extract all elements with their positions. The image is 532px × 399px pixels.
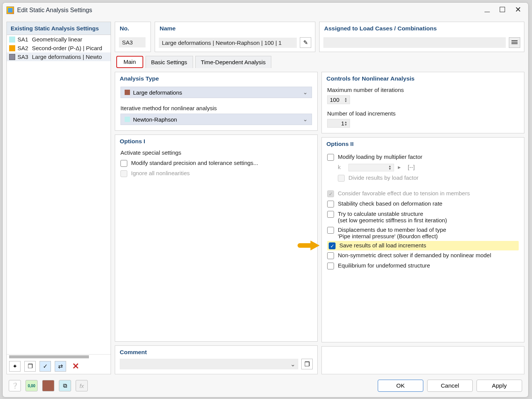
sidebar-hscroll[interactable] bbox=[7, 354, 111, 359]
displacement-row[interactable]: Displacements due to member load of type… bbox=[327, 225, 519, 241]
analysis-type-panel: Analysis Type Large deformations ⌄ Itera… bbox=[115, 72, 318, 131]
equilibrium-row[interactable]: Equilibrium for undeformed structure bbox=[327, 261, 519, 271]
multiplier-checkbox[interactable] bbox=[327, 154, 334, 161]
k-unit-label: [--] bbox=[408, 164, 415, 170]
no-panel-header: No. bbox=[115, 22, 150, 35]
controls-header: Controls for Nonlinear Analysis bbox=[322, 72, 524, 85]
swap-button[interactable] bbox=[55, 361, 66, 372]
tab-basic-settings[interactable]: Basic Settings bbox=[146, 56, 193, 68]
nonsymmetric-row[interactable]: Non-symmetric direct solver if demanded … bbox=[327, 250, 519, 261]
assigned-input[interactable] bbox=[323, 37, 506, 48]
delete-button[interactable]: ✕ bbox=[70, 361, 81, 372]
multiplier-row[interactable]: Modify loading by multiplier factor bbox=[327, 152, 519, 162]
displacement-checkbox[interactable] bbox=[327, 227, 334, 234]
nonsymmetric-checkbox[interactable] bbox=[327, 252, 334, 259]
no-input[interactable] bbox=[119, 37, 146, 48]
sidebar-item-label: Geometrically linear bbox=[32, 36, 82, 43]
dialog-window: Edit Static Analysis Settings ✕ Existing… bbox=[2, 2, 529, 397]
tab-time-dependent[interactable]: Time-Dependent Analysis bbox=[195, 56, 271, 68]
analysis-type-value: Large deformations bbox=[133, 89, 182, 96]
modify-precision-checkbox[interactable] bbox=[120, 160, 127, 167]
sidebar-item-label: Large deformations | Newto bbox=[32, 54, 102, 60]
cancel-button[interactable]: Cancel bbox=[427, 380, 473, 392]
app-icon bbox=[6, 6, 14, 14]
sidebar-item-sa1[interactable]: SA1 Geometrically linear bbox=[7, 35, 111, 44]
comment-copy-button[interactable]: ❐ bbox=[301, 359, 313, 369]
assigned-list-button[interactable] bbox=[509, 37, 520, 48]
ignore-nonlinearities-row: Ignore all nonlinearities bbox=[120, 168, 312, 179]
k-factor-row: k ▲▼ ▸ [--] bbox=[327, 162, 519, 173]
analysis-type-dropdown[interactable]: Large deformations ⌄ bbox=[120, 87, 312, 98]
sidebar-toolbar: ✕ bbox=[7, 359, 111, 374]
multiplier-label: Modify loading by multiplier factor bbox=[338, 154, 423, 160]
modify-precision-row[interactable]: Modify standard precision and tolerance … bbox=[120, 158, 312, 168]
unstable-checkbox[interactable] bbox=[327, 211, 334, 218]
save-results-row[interactable]: Save results of all load increments bbox=[327, 241, 519, 250]
edit-name-button[interactable]: ✎ bbox=[300, 37, 311, 48]
save-results-label: Save results of all load increments bbox=[339, 242, 426, 249]
modify-precision-label: Modify standard precision and tolerance … bbox=[131, 160, 258, 166]
tab-main[interactable]: Main bbox=[116, 56, 143, 68]
color-swatch bbox=[9, 36, 15, 43]
blank-panel bbox=[321, 346, 524, 374]
tab-strip: Main Basic Settings Time-Dependent Analy… bbox=[115, 56, 524, 68]
help-button[interactable]: ❔ bbox=[9, 380, 21, 391]
list-icon bbox=[511, 40, 518, 45]
controls-panel: Controls for Nonlinear Analysis Maximum … bbox=[321, 72, 524, 133]
max-iterations-value: 100 bbox=[330, 97, 339, 103]
ok-button[interactable]: OK bbox=[378, 380, 423, 392]
unstable-label: Try to calculate unstable structure (set… bbox=[338, 211, 447, 223]
comment-panel: Comment ⌄ ❐ bbox=[115, 345, 318, 374]
chevron-down-icon: ⌄ bbox=[303, 89, 308, 96]
spinner-arrows-icon[interactable]: ▲▼ bbox=[344, 121, 347, 126]
apply-button[interactable]: Apply bbox=[477, 380, 522, 392]
tree-button[interactable]: ⧉ bbox=[59, 380, 71, 391]
stability-row[interactable]: Stability check based on deformation rat… bbox=[327, 199, 519, 209]
divide-label: Divide results by load factor bbox=[348, 174, 418, 181]
sidebar-item-sa2[interactable]: SA2 Second-order (P-Δ) | Picard bbox=[7, 44, 111, 52]
save-results-checkbox[interactable] bbox=[329, 242, 336, 249]
close-button[interactable]: ✕ bbox=[515, 7, 521, 14]
chevron-down-icon: ⌄ bbox=[303, 116, 308, 123]
divide-checkbox bbox=[338, 175, 345, 182]
sidebar-item-code: SA3 bbox=[17, 54, 32, 60]
color-swatch bbox=[125, 90, 130, 95]
max-iterations-spinner[interactable]: 100 ▲▼ bbox=[327, 95, 350, 104]
analysis-type-header: Analysis Type bbox=[115, 72, 317, 85]
sidebar: Existing Static Analysis Settings SA1 Ge… bbox=[6, 22, 111, 374]
color-button[interactable] bbox=[42, 380, 54, 391]
unstable-row[interactable]: Try to calculate unstable structure (set… bbox=[327, 209, 519, 225]
equilibrium-label: Equilibrium for undeformed structure bbox=[338, 262, 430, 269]
units-button[interactable]: 0,00 bbox=[25, 380, 38, 391]
equilibrium-checkbox[interactable] bbox=[327, 263, 334, 269]
activate-settings-label: Activate special settings bbox=[120, 149, 312, 156]
comment-header: Comment bbox=[115, 346, 317, 359]
stability-label: Stability check based on deformation rat… bbox=[338, 200, 442, 207]
new-setting-button[interactable] bbox=[9, 361, 21, 372]
color-swatch bbox=[9, 45, 15, 51]
name-panel: Name ✎ bbox=[155, 22, 315, 52]
stability-checkbox[interactable] bbox=[327, 201, 334, 207]
copy-setting-button[interactable] bbox=[24, 361, 36, 372]
iterative-method-dropdown[interactable]: Newton-Raphson ⌄ bbox=[120, 114, 312, 125]
sidebar-item-sa3[interactable]: SA3 Large deformations | Newto bbox=[7, 52, 111, 61]
chevron-down-icon: ⌄ bbox=[290, 361, 295, 368]
sidebar-header: Existing Static Analysis Settings bbox=[7, 22, 111, 35]
check-all-button[interactable] bbox=[40, 361, 51, 372]
assigned-panel-header: Assigned to Load Cases / Combinations bbox=[320, 22, 524, 35]
options1-header: Options I bbox=[115, 135, 317, 148]
sidebar-item-label: Second-order (P-Δ) | Picard bbox=[32, 45, 102, 51]
color-swatch bbox=[9, 54, 15, 60]
spinner-arrows-icon[interactable]: ▲▼ bbox=[344, 97, 347, 103]
window-controls: ✕ bbox=[484, 7, 524, 14]
load-increments-spinner[interactable]: 1 ▲▼ bbox=[327, 119, 350, 128]
sidebar-item-code: SA2 bbox=[17, 45, 32, 51]
comment-dropdown[interactable]: ⌄ bbox=[120, 359, 298, 369]
k-factor-spinner: ▲▼ bbox=[348, 164, 394, 171]
sidebar-item-code: SA1 bbox=[17, 36, 32, 43]
minimize-button[interactable] bbox=[484, 7, 490, 14]
maximize-button[interactable] bbox=[500, 7, 505, 14]
name-input[interactable] bbox=[159, 38, 297, 48]
sidebar-list[interactable]: SA1 Geometrically linear SA2 Second-orde… bbox=[7, 35, 111, 354]
load-increments-value: 1 bbox=[341, 120, 344, 127]
